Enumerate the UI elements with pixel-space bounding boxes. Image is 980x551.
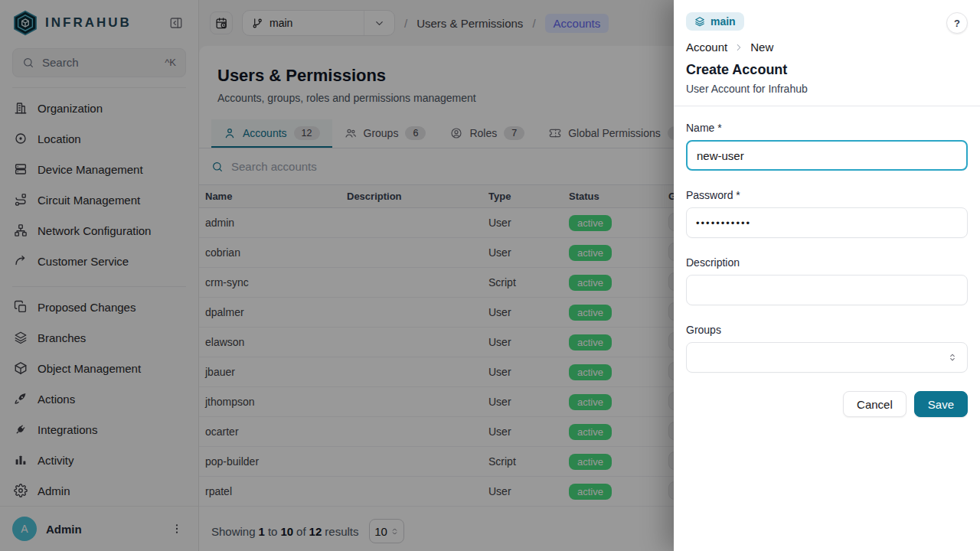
branch-badge-label: main xyxy=(710,15,736,28)
name-input[interactable] xyxy=(686,140,968,171)
drawer-breadcrumb-parent: Account xyxy=(686,41,727,54)
drawer-breadcrumb-current: New xyxy=(750,41,773,54)
drawer-subtitle: User Account for Infrahub xyxy=(686,83,968,95)
description-input[interactable] xyxy=(686,275,968,305)
description-field-group: Description xyxy=(686,256,968,305)
create-account-drawer: main ? Account New Create Account User A… xyxy=(674,0,980,551)
drawer-overlay[interactable] xyxy=(0,0,674,551)
password-input[interactable] xyxy=(686,207,968,238)
create-account-form: Name * Password * Description Groups Can… xyxy=(674,106,980,417)
name-label: Name * xyxy=(686,122,968,134)
layers-icon xyxy=(694,16,705,27)
save-button[interactable]: Save xyxy=(914,391,968,417)
branch-badge: main xyxy=(686,12,744,31)
drawer-breadcrumb: Account New xyxy=(686,41,968,54)
help-button[interactable]: ? xyxy=(946,12,968,34)
drawer-actions: Cancel Save xyxy=(686,391,968,417)
cancel-button[interactable]: Cancel xyxy=(843,391,906,417)
chevron-right-icon xyxy=(733,42,744,53)
description-label: Description xyxy=(686,256,968,269)
password-field-group: Password * xyxy=(686,189,968,238)
drawer-title: Create Account xyxy=(686,62,968,78)
password-label: Password * xyxy=(686,189,968,201)
chevrons-up-down-icon xyxy=(947,352,958,363)
groups-select[interactable] xyxy=(686,342,968,373)
groups-label: Groups xyxy=(686,324,968,336)
drawer-header: main ? Account New Create Account User A… xyxy=(674,0,980,106)
groups-field-group: Groups xyxy=(686,324,968,373)
name-field-group: Name * xyxy=(686,122,968,171)
